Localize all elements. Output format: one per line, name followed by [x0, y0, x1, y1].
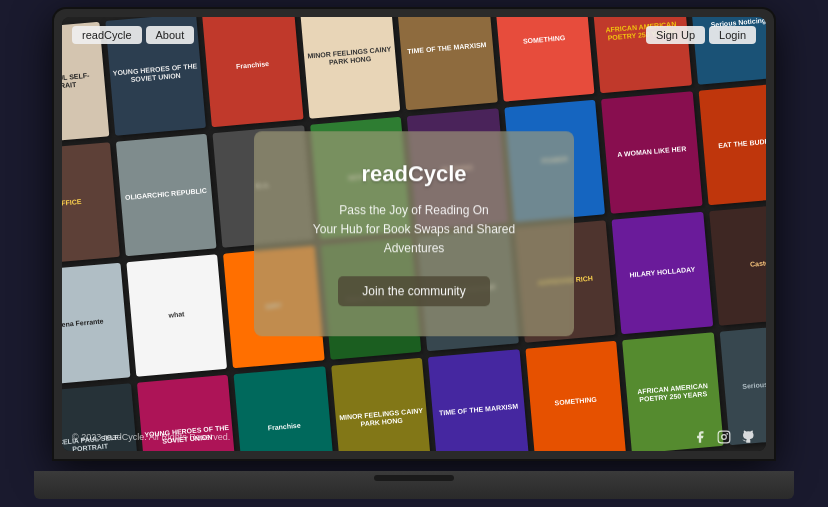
- footer-copyright: © 2023 readCycle. All Rights Reserved.: [72, 432, 230, 442]
- book-cover: HILARY HOLLADAY: [612, 211, 713, 333]
- nav-home-button[interactable]: readCycle: [72, 26, 142, 44]
- signup-button[interactable]: Sign Up: [646, 26, 705, 44]
- github-icon[interactable]: [740, 429, 756, 445]
- book-cover: OLIGARCHIC REPUBLIC: [115, 133, 216, 255]
- laptop-bezel: CELIA PAUL SELF-PORTRAITYOUNG HEROES OF …: [54, 9, 774, 459]
- book-cover: what: [126, 254, 227, 376]
- navbar: readCycle About Sign Up Login: [62, 17, 766, 53]
- laptop-base: [34, 471, 794, 499]
- footer: © 2023 readCycle. All Rights Reserved.: [62, 423, 766, 451]
- svg-point-1: [722, 434, 727, 439]
- join-community-button[interactable]: Join the community: [338, 276, 489, 306]
- login-button[interactable]: Login: [709, 26, 756, 44]
- instagram-icon[interactable]: [716, 429, 732, 445]
- book-cover: A WOMAN LIKE HER: [601, 91, 702, 213]
- nav-about-button[interactable]: About: [146, 26, 195, 44]
- hero-subtitle: Pass the Joy of Reading On Your Hub for …: [304, 201, 524, 259]
- screen-content: CELIA PAUL SELF-PORTRAITYOUNG HEROES OF …: [62, 17, 766, 451]
- svg-rect-0: [718, 431, 730, 443]
- hero-overlay: readCycle Pass the Joy of Reading On You…: [254, 131, 574, 337]
- book-cover: EAT THE BUDDHA: [698, 82, 766, 204]
- nav-right: Sign Up Login: [646, 26, 756, 44]
- book-cover: Caste: [709, 203, 766, 325]
- nav-left: readCycle About: [72, 26, 194, 44]
- hero-title: readCycle: [304, 161, 524, 187]
- footer-social-icons: [692, 429, 756, 445]
- laptop-screen: CELIA PAUL SELF-PORTRAITYOUNG HEROES OF …: [62, 17, 766, 451]
- facebook-icon[interactable]: [692, 429, 708, 445]
- svg-point-2: [727, 433, 728, 434]
- book-cover: OFFICE: [62, 142, 119, 264]
- book-cover: Elena Ferrante: [62, 262, 130, 384]
